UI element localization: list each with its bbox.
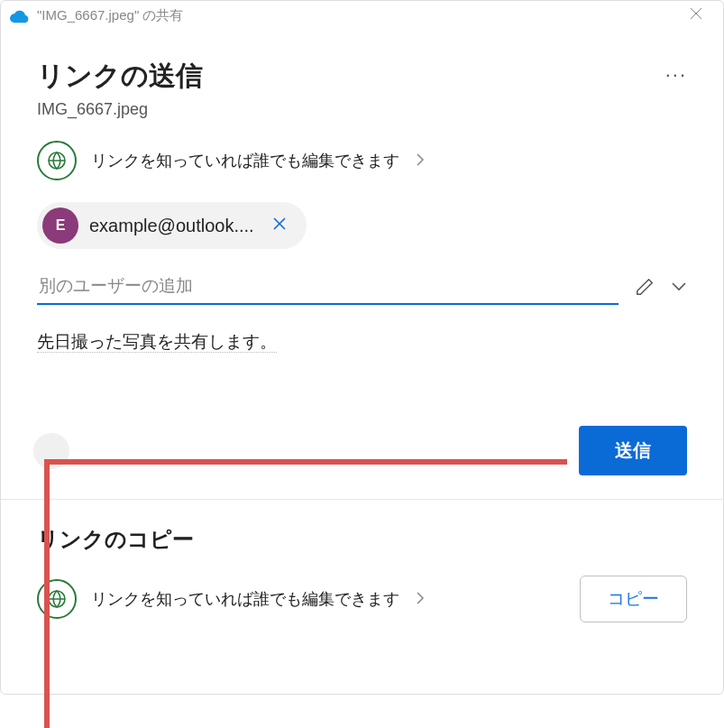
copy-permission-label: リンクを知っていれば誰でも編集できます (91, 588, 399, 610)
send-button[interactable]: 送信 (579, 426, 687, 475)
sender-avatar-placeholder (33, 433, 69, 469)
onedrive-icon (10, 9, 30, 23)
titlebar: "IMG_6667.jpeg" の共有 (1, 1, 723, 31)
file-name: IMG_6667.jpeg (37, 100, 687, 119)
recipient-email: example@outlook.... (89, 216, 254, 236)
copy-button[interactable]: コピー (580, 576, 687, 622)
close-button[interactable] (678, 6, 714, 25)
copy-permission-selector[interactable]: リンクを知っていれば誰でも編集できます (37, 579, 565, 619)
window-title: "IMG_6667.jpeg" の共有 (37, 7, 183, 24)
link-permission-selector[interactable]: リンクを知っていれば誰でも編集できます (37, 141, 687, 180)
recipient-chip[interactable]: E example@outlook.... (37, 202, 307, 249)
add-user-input[interactable] (37, 269, 619, 305)
pencil-icon[interactable] (635, 277, 655, 297)
globe-icon (37, 141, 77, 180)
dialog-title: リンクの送信 (37, 58, 203, 95)
share-dialog: "IMG_6667.jpeg" の共有 リンクの送信 ··· IMG_6667.… (0, 0, 724, 695)
more-options-button[interactable]: ··· (665, 58, 687, 87)
chevron-down-icon[interactable] (671, 281, 687, 292)
chevron-right-icon (416, 590, 425, 609)
remove-recipient-button[interactable] (265, 213, 294, 239)
chevron-right-icon (416, 152, 425, 170)
globe-icon (37, 579, 77, 619)
recipient-avatar: E (42, 207, 78, 244)
permission-label: リンクを知っていれば誰でも編集できます (91, 150, 399, 171)
message-text[interactable]: 先日撮った写真を共有します。 (37, 332, 277, 353)
copy-section-title: リンクのコピー (37, 525, 687, 554)
